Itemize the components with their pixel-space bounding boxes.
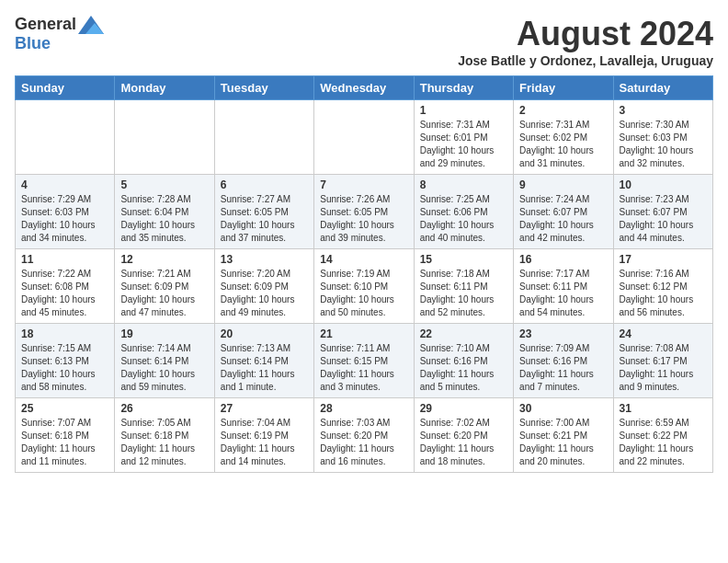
day-info: Sunrise: 7:28 AM Sunset: 6:04 PM Dayligh…: [120, 193, 208, 245]
day-info: Sunrise: 7:26 AM Sunset: 6:05 PM Dayligh…: [320, 193, 407, 245]
day-number: 13: [221, 253, 308, 266]
calendar-cell: 18Sunrise: 7:15 AM Sunset: 6:13 PM Dayli…: [16, 324, 115, 398]
calendar-cell: 24Sunrise: 7:08 AM Sunset: 6:17 PM Dayli…: [613, 324, 712, 398]
calendar-week-row: 4Sunrise: 7:29 AM Sunset: 6:03 PM Daylig…: [16, 175, 713, 249]
logo-general-text: General: [15, 15, 76, 34]
column-header-sunday: Sunday: [16, 76, 115, 100]
calendar-week-row: 25Sunrise: 7:07 AM Sunset: 6:18 PM Dayli…: [16, 398, 713, 473]
calendar-cell: [214, 100, 313, 175]
day-number: 12: [120, 253, 208, 266]
day-number: 7: [320, 178, 407, 191]
day-number: 4: [21, 178, 108, 191]
calendar-cell: 30Sunrise: 7:00 AM Sunset: 6:21 PM Dayli…: [514, 398, 613, 473]
day-info: Sunrise: 7:07 AM Sunset: 6:18 PM Dayligh…: [21, 417, 108, 468]
day-number: 16: [519, 253, 607, 266]
day-info: Sunrise: 7:17 AM Sunset: 6:11 PM Dayligh…: [519, 268, 607, 319]
day-number: 10: [620, 178, 707, 191]
calendar-cell: 25Sunrise: 7:07 AM Sunset: 6:18 PM Dayli…: [16, 398, 115, 473]
calendar-cell: 5Sunrise: 7:28 AM Sunset: 6:04 PM Daylig…: [115, 175, 214, 249]
day-info: Sunrise: 7:16 AM Sunset: 6:12 PM Dayligh…: [620, 268, 707, 319]
day-info: Sunrise: 6:59 AM Sunset: 6:22 PM Dayligh…: [620, 417, 707, 468]
day-info: Sunrise: 7:08 AM Sunset: 6:17 PM Dayligh…: [620, 342, 707, 394]
calendar-cell: 28Sunrise: 7:03 AM Sunset: 6:20 PM Dayli…: [314, 398, 414, 473]
day-info: Sunrise: 7:30 AM Sunset: 6:03 PM Dayligh…: [620, 119, 707, 170]
day-info: Sunrise: 7:21 AM Sunset: 6:09 PM Dayligh…: [120, 268, 208, 319]
calendar-cell: 20Sunrise: 7:13 AM Sunset: 6:14 PM Dayli…: [214, 324, 313, 398]
calendar-cell: 22Sunrise: 7:10 AM Sunset: 6:16 PM Dayli…: [414, 324, 513, 398]
calendar-cell: 29Sunrise: 7:02 AM Sunset: 6:20 PM Dayli…: [414, 398, 513, 473]
day-info: Sunrise: 7:29 AM Sunset: 6:03 PM Dayligh…: [21, 193, 108, 245]
day-number: 17: [620, 253, 707, 266]
column-header-tuesday: Tuesday: [214, 76, 313, 100]
calendar-cell: 7Sunrise: 7:26 AM Sunset: 6:05 PM Daylig…: [314, 175, 414, 249]
calendar-subtitle: Jose Batlle y Ordonez, Lavalleja, Urugua…: [458, 53, 713, 68]
day-number: 25: [21, 402, 108, 415]
day-info: Sunrise: 7:19 AM Sunset: 6:10 PM Dayligh…: [320, 268, 407, 319]
day-info: Sunrise: 7:27 AM Sunset: 6:05 PM Dayligh…: [221, 193, 308, 245]
calendar-header-row: SundayMondayTuesdayWednesdayThursdayFrid…: [16, 76, 713, 100]
logo-icon: [78, 16, 104, 34]
day-number: 20: [221, 327, 308, 340]
calendar-table: SundayMondayTuesdayWednesdayThursdayFrid…: [15, 75, 713, 473]
day-number: 28: [320, 402, 407, 415]
day-info: Sunrise: 7:05 AM Sunset: 6:18 PM Dayligh…: [120, 417, 208, 468]
day-info: Sunrise: 7:31 AM Sunset: 6:01 PM Dayligh…: [420, 119, 507, 170]
day-info: Sunrise: 7:18 AM Sunset: 6:11 PM Dayligh…: [420, 268, 507, 319]
calendar-week-row: 18Sunrise: 7:15 AM Sunset: 6:13 PM Dayli…: [16, 324, 713, 398]
calendar-cell: 26Sunrise: 7:05 AM Sunset: 6:18 PM Dayli…: [115, 398, 214, 473]
column-header-friday: Friday: [514, 76, 613, 100]
calendar-cell: 21Sunrise: 7:11 AM Sunset: 6:15 PM Dayli…: [314, 324, 414, 398]
calendar-cell: 14Sunrise: 7:19 AM Sunset: 6:10 PM Dayli…: [314, 249, 414, 324]
day-number: 14: [320, 253, 407, 266]
calendar-cell: 31Sunrise: 6:59 AM Sunset: 6:22 PM Dayli…: [613, 398, 712, 473]
calendar-title: August 2024: [458, 15, 713, 53]
day-info: Sunrise: 7:10 AM Sunset: 6:16 PM Dayligh…: [420, 342, 507, 394]
day-number: 8: [420, 178, 507, 191]
day-number: 31: [620, 402, 707, 415]
day-number: 22: [420, 327, 507, 340]
day-number: 24: [620, 327, 707, 340]
day-info: Sunrise: 7:15 AM Sunset: 6:13 PM Dayligh…: [21, 342, 108, 394]
calendar-cell: 11Sunrise: 7:22 AM Sunset: 6:08 PM Dayli…: [16, 249, 115, 324]
calendar-cell: 10Sunrise: 7:23 AM Sunset: 6:07 PM Dayli…: [613, 175, 712, 249]
day-number: 19: [120, 327, 208, 340]
day-info: Sunrise: 7:11 AM Sunset: 6:15 PM Dayligh…: [320, 342, 407, 394]
calendar-cell: 27Sunrise: 7:04 AM Sunset: 6:19 PM Dayli…: [214, 398, 313, 473]
column-header-saturday: Saturday: [613, 76, 712, 100]
day-info: Sunrise: 7:03 AM Sunset: 6:20 PM Dayligh…: [320, 417, 407, 468]
calendar-cell: 3Sunrise: 7:30 AM Sunset: 6:03 PM Daylig…: [613, 100, 712, 175]
day-info: Sunrise: 7:02 AM Sunset: 6:20 PM Dayligh…: [420, 417, 507, 468]
calendar-cell: 23Sunrise: 7:09 AM Sunset: 6:16 PM Dayli…: [514, 324, 613, 398]
day-number: 6: [221, 178, 308, 191]
logo-blue-text: Blue: [15, 34, 51, 53]
day-number: 3: [620, 104, 707, 117]
calendar-cell: 8Sunrise: 7:25 AM Sunset: 6:06 PM Daylig…: [414, 175, 513, 249]
day-number: 1: [420, 104, 507, 117]
day-info: Sunrise: 7:22 AM Sunset: 6:08 PM Dayligh…: [21, 268, 108, 319]
day-number: 2: [519, 104, 607, 117]
day-info: Sunrise: 7:25 AM Sunset: 6:06 PM Dayligh…: [420, 193, 507, 245]
calendar-cell: 1Sunrise: 7:31 AM Sunset: 6:01 PM Daylig…: [414, 100, 513, 175]
day-info: Sunrise: 7:14 AM Sunset: 6:14 PM Dayligh…: [120, 342, 208, 394]
day-number: 23: [519, 327, 607, 340]
logo: General Blue: [15, 15, 104, 53]
calendar-cell: 2Sunrise: 7:31 AM Sunset: 6:02 PM Daylig…: [514, 100, 613, 175]
calendar-cell: 17Sunrise: 7:16 AM Sunset: 6:12 PM Dayli…: [613, 249, 712, 324]
day-number: 27: [221, 402, 308, 415]
day-number: 9: [519, 178, 607, 191]
day-number: 26: [120, 402, 208, 415]
header: General Blue August 2024 Jose Batlle y O…: [15, 15, 713, 68]
day-info: Sunrise: 7:09 AM Sunset: 6:16 PM Dayligh…: [519, 342, 607, 394]
day-info: Sunrise: 7:23 AM Sunset: 6:07 PM Dayligh…: [620, 193, 707, 245]
calendar-cell: 12Sunrise: 7:21 AM Sunset: 6:09 PM Dayli…: [115, 249, 214, 324]
column-header-wednesday: Wednesday: [314, 76, 414, 100]
calendar-cell: 9Sunrise: 7:24 AM Sunset: 6:07 PM Daylig…: [514, 175, 613, 249]
day-info: Sunrise: 7:31 AM Sunset: 6:02 PM Dayligh…: [519, 119, 607, 170]
day-number: 15: [420, 253, 507, 266]
calendar-cell: 16Sunrise: 7:17 AM Sunset: 6:11 PM Dayli…: [514, 249, 613, 324]
day-info: Sunrise: 7:20 AM Sunset: 6:09 PM Dayligh…: [221, 268, 308, 319]
calendar-cell: [115, 100, 214, 175]
calendar-cell: 6Sunrise: 7:27 AM Sunset: 6:05 PM Daylig…: [214, 175, 313, 249]
day-number: 18: [21, 327, 108, 340]
column-header-thursday: Thursday: [414, 76, 513, 100]
